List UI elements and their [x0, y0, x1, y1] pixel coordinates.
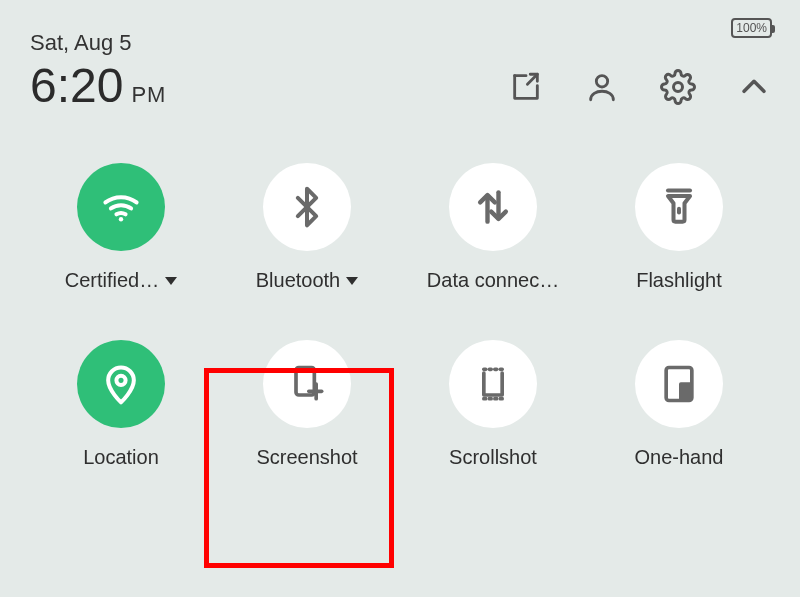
datetime-block[interactable]: Sat, Aug 5 6:20 PM — [30, 30, 508, 113]
tile-one-hand-label: One-hand — [635, 446, 724, 469]
tile-flashlight-label: Flashlight — [636, 269, 722, 292]
date-text: Sat, Aug 5 — [30, 30, 508, 56]
wifi-icon — [77, 163, 165, 251]
tile-screenshot[interactable]: Screenshot — [214, 340, 400, 469]
tile-bluetooth-label: Bluetooth — [256, 269, 359, 292]
scrollshot-icon — [449, 340, 537, 428]
data-connection-icon — [449, 163, 537, 251]
tile-data-connection[interactable]: Data connec… — [400, 163, 586, 292]
tile-scrollshot[interactable]: Scrollshot — [400, 340, 586, 469]
svg-rect-7 — [679, 382, 692, 400]
tile-location[interactable]: Location — [28, 340, 214, 469]
bluetooth-icon — [263, 163, 351, 251]
tile-scrollshot-label: Scrollshot — [449, 446, 537, 469]
tile-location-label: Location — [83, 446, 159, 469]
screenshot-icon — [263, 340, 351, 428]
caret-icon — [346, 277, 358, 285]
tile-one-hand[interactable]: One-hand — [586, 340, 772, 469]
settings-icon[interactable] — [660, 69, 696, 105]
svg-point-1 — [674, 83, 683, 92]
ampm-text: PM — [131, 82, 166, 108]
quick-tiles-grid: Certified… Bluetooth Data connec… — [0, 113, 800, 469]
flashlight-icon — [635, 163, 723, 251]
collapse-icon[interactable] — [736, 69, 772, 105]
tile-flashlight[interactable]: Flashlight — [586, 163, 772, 292]
tile-wifi-label: Certified… — [65, 269, 177, 292]
time-text: 6:20 — [30, 58, 123, 113]
one-hand-icon — [635, 340, 723, 428]
svg-point-0 — [596, 76, 607, 87]
header: Sat, Aug 5 6:20 PM — [0, 30, 800, 113]
caret-icon — [165, 277, 177, 285]
svg-point-4 — [116, 376, 125, 385]
tile-wifi[interactable]: Certified… — [28, 163, 214, 292]
tile-bluetooth[interactable]: Bluetooth — [214, 163, 400, 292]
battery-indicator: 100% — [731, 18, 772, 38]
svg-point-2 — [119, 217, 123, 221]
edit-icon[interactable] — [508, 69, 544, 105]
profile-icon[interactable] — [584, 69, 620, 105]
tile-data-label: Data connec… — [427, 269, 559, 292]
battery-text: 100% — [736, 21, 767, 35]
location-icon — [77, 340, 165, 428]
tile-screenshot-label: Screenshot — [256, 446, 357, 469]
